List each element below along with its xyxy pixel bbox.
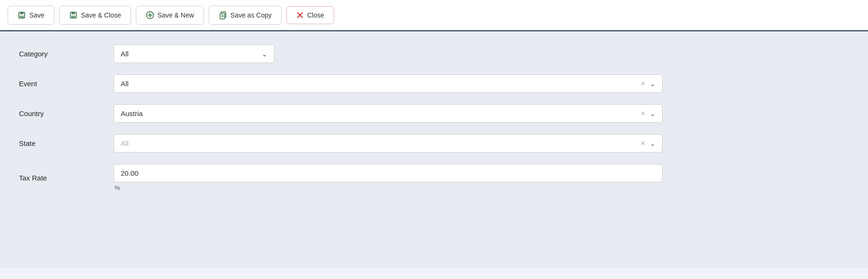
category-row: Category All ⌄ [19,45,849,63]
state-chevron-icon: ⌄ [650,140,655,147]
state-select[interactable]: All × ⌄ [114,134,663,153]
save-label: Save [29,11,44,19]
save-copy-label: Save as Copy [230,11,272,19]
event-label: Event [19,80,114,88]
tax-rate-input[interactable] [114,164,663,182]
state-clear-icon[interactable]: × [641,140,645,147]
event-chevron-icon: ⌄ [650,80,655,88]
svg-rect-2 [20,16,24,18]
svg-rect-10 [220,13,225,19]
save-button[interactable]: Save [8,6,54,25]
x-icon [296,11,304,19]
save-close-icon [69,11,78,19]
save-new-button[interactable]: Save & New [136,6,204,25]
save-icon [18,11,26,19]
tax-rate-suffix: % [114,184,663,191]
event-value: All [121,80,129,88]
country-chevron-icon: ⌄ [650,110,655,117]
svg-rect-1 [20,12,23,15]
category-value: All [121,50,129,58]
tax-rate-label: Tax Rate [19,174,114,182]
event-select[interactable]: All × ⌄ [114,74,663,93]
close-button[interactable]: Close [286,6,334,24]
tax-rate-control: % [114,164,663,191]
state-select-actions: × ⌄ [641,140,655,147]
country-select[interactable]: Austria × ⌄ [114,104,663,123]
svg-rect-4 [71,12,75,15]
close-label: Close [307,11,324,19]
save-new-label: Save & New [158,11,194,19]
event-clear-icon[interactable]: × [641,80,645,88]
plus-icon [146,11,154,19]
category-chevron-icon: ⌄ [262,50,267,58]
category-label: Category [19,50,114,58]
event-select-actions: × ⌄ [641,80,655,88]
country-clear-icon[interactable]: × [641,110,645,117]
country-select-actions: × ⌄ [641,110,655,117]
svg-rect-5 [71,16,75,18]
country-label: Country [19,109,114,117]
toolbar: Save Save & Close Save & New [0,0,868,31]
country-row: Country Austria × ⌄ [19,104,849,123]
tax-rate-row: Tax Rate % [19,164,849,191]
state-row: State All × ⌄ [19,134,849,153]
country-value: Austria [121,109,143,117]
state-placeholder: All [121,139,129,147]
event-row: Event All × ⌄ [19,74,849,93]
save-copy-button[interactable]: Save as Copy [209,6,282,25]
save-close-label: Save & Close [81,11,121,19]
copy-icon [219,11,227,19]
country-control: Austria × ⌄ [114,104,663,123]
state-control: All × ⌄ [114,134,663,153]
form-area: Category All ⌄ Event All × ⌄ Country Aus… [0,31,868,268]
save-close-button[interactable]: Save & Close [59,6,131,25]
category-select[interactable]: All ⌄ [114,45,275,63]
event-control: All × ⌄ [114,74,663,93]
state-label: State [19,139,114,147]
category-control: All ⌄ [114,45,663,63]
